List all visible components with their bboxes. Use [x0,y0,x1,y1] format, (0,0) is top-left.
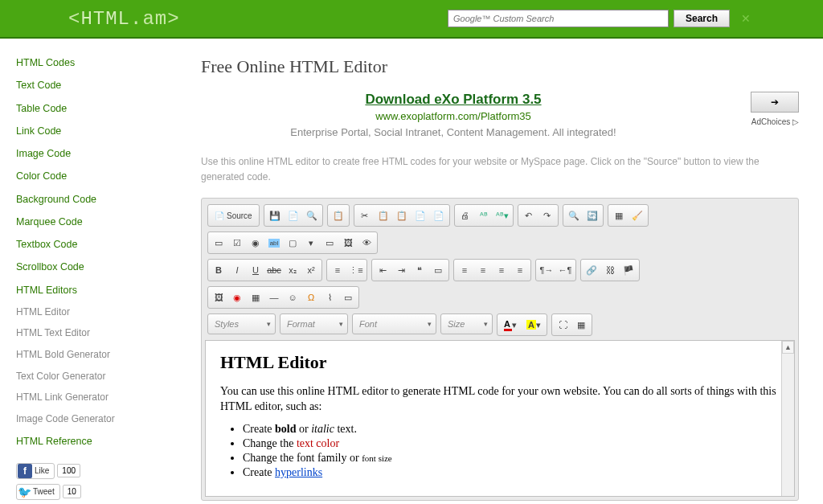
new-page-button[interactable]: 📄 [285,207,302,224]
nav-image-generator[interactable]: Image Code Generator [16,413,161,426]
replace-button[interactable]: 🔄 [583,207,601,224]
site-logo[interactable]: <HTML.am> [68,8,180,30]
pagebreak-button[interactable]: ⌇ [321,289,338,306]
size-dropdown[interactable]: Size [440,313,493,334]
nav-marquee-code[interactable]: Marquee Code [16,215,161,228]
preview-button[interactable]: 🔍 [303,207,321,224]
link-icon: 🔗 [586,265,597,276]
radio-button[interactable]: ◉ [247,234,264,252]
align-right-button[interactable]: ≡ [493,261,510,279]
search-button[interactable]: Search [674,10,730,27]
find-button[interactable]: 🔍 [565,207,583,224]
list-item: Create hyperlinks [243,466,780,479]
nav-link-code[interactable]: Link Code [16,125,161,137]
tweet-button[interactable]: 🐦 Tweet [16,484,60,500]
bullet-list-button[interactable]: ⋮≡ [347,261,365,279]
nav-background-code[interactable]: Background Code [16,193,161,206]
hidden-button[interactable]: 👁 [358,234,375,252]
cut-button[interactable]: ✂ [356,207,374,224]
ad-title-link[interactable]: Download eXo Platform 3.5 [365,92,541,107]
save-button[interactable]: 💾 [266,207,284,224]
subscript-button[interactable]: x₂ [284,261,301,279]
imagebutton-button[interactable]: 🖼 [339,234,357,252]
facebook-like-button[interactable]: f Like [16,463,55,479]
link-button[interactable]: 🔗 [583,261,600,279]
arrow-right-icon: ➔ [771,96,779,108]
scayt-button[interactable]: ᴬᴮ▾ [493,207,511,224]
outdent-button[interactable]: ⇤ [374,261,391,279]
specialchar-button[interactable]: Ω [302,289,320,306]
form-button[interactable]: ▭ [210,234,227,252]
smiley-button[interactable]: ☺ [284,289,301,306]
nav-html-reference[interactable]: HTML Reference [16,435,161,448]
paste-text-button[interactable]: 📄 [412,207,429,224]
nav-html-editor[interactable]: HTML Editor [16,306,161,319]
justify-button[interactable]: ≡ [511,261,529,279]
strike-button[interactable]: abc [265,261,283,279]
nav-text-code[interactable]: Text Code [16,79,161,92]
blockquote-button[interactable]: ❝ [411,261,428,279]
nav-table-code[interactable]: Table Code [16,102,161,115]
flash-button[interactable]: ◉ [228,289,246,306]
spellcheck-button[interactable]: ᴬᴮ [475,207,493,224]
indent-button[interactable]: ⇥ [392,261,410,279]
format-dropdown[interactable]: Format [280,313,348,334]
styles-dropdown[interactable]: Styles [207,313,276,334]
nav-html-editors[interactable]: HTML Editors [16,284,161,297]
nav-link-generator[interactable]: HTML Link Generator [16,391,161,404]
nav-color-code[interactable]: Color Code [16,170,161,182]
show-blocks-button[interactable]: ▦ [572,316,590,334]
templates-button[interactable]: 📋 [330,207,347,224]
nav-text-color-generator[interactable]: Text Color Generator [16,371,161,383]
underline-button[interactable]: U [247,261,264,279]
rtl-button[interactable]: ←¶ [556,261,574,279]
align-center-button[interactable]: ≡ [474,261,492,279]
align-left-button[interactable]: ≡ [456,261,473,279]
italic-button[interactable]: I [228,261,246,279]
ad-next-button[interactable]: ➔ [751,92,799,113]
search-input[interactable] [448,10,669,27]
maximize-button[interactable]: ⛶ [554,316,571,334]
textarea-button[interactable]: ▢ [284,234,301,252]
numbered-list-button[interactable]: ≡ [329,261,346,279]
image-button[interactable]: 🖼 [210,289,227,306]
nav-textbox-code[interactable]: Textbox Code [16,238,161,251]
redo-button[interactable]: ↷ [538,207,556,224]
bg-color-button[interactable]: A▾ [522,316,545,334]
scroll-up-icon[interactable]: ▲ [782,341,794,354]
adchoices-label[interactable]: AdChoices ▷ [719,117,799,126]
undo-button[interactable]: ↶ [520,207,538,224]
button-button[interactable]: ▭ [321,234,338,252]
select-button[interactable]: ▾ [302,234,320,252]
paste-word-button[interactable]: 📄 [430,207,448,224]
copy-button[interactable]: 📋 [375,207,392,224]
source-button[interactable]: 📄Source [210,207,257,224]
editor-content[interactable]: HTML Editor You can use this online HTML… [205,340,795,497]
scrollbar[interactable]: ▲ [781,341,794,496]
align-left-icon: ≡ [462,265,467,275]
ltr-button[interactable]: ¶→ [538,261,555,279]
print-button[interactable]: 🖨 [457,207,474,224]
flash-icon: ◉ [233,293,241,303]
remove-format-button[interactable]: 🧹 [629,207,646,224]
textfield-button[interactable]: abl [265,234,283,252]
nav-bold-generator[interactable]: HTML Bold Generator [16,349,161,362]
nav-html-text-editor[interactable]: HTML Text Editor [16,327,161,340]
bold-button[interactable]: B [210,261,227,279]
nav-html-codes[interactable]: HTML Codes [16,56,161,69]
nav-image-code[interactable]: Image Code [16,147,161,160]
iframe-button[interactable]: ▭ [339,289,357,306]
table-button[interactable]: ▦ [247,289,264,306]
div-button[interactable]: ▭ [429,261,447,279]
nav-scrollbox-code[interactable]: Scrollbox Code [16,260,161,273]
anchor-button[interactable]: 🏴 [620,261,637,279]
superscript-button[interactable]: x² [302,261,320,279]
text-color-button[interactable]: A▾ [499,316,522,334]
close-icon[interactable]: ✕ [741,12,751,25]
hr-button[interactable]: — [265,289,283,306]
unlink-button[interactable]: ⛓ [601,261,619,279]
font-dropdown[interactable]: Font [352,313,436,334]
paste-button[interactable]: 📋 [393,207,411,224]
select-all-button[interactable]: ▦ [610,207,628,224]
checkbox-button[interactable]: ☑ [228,234,246,252]
